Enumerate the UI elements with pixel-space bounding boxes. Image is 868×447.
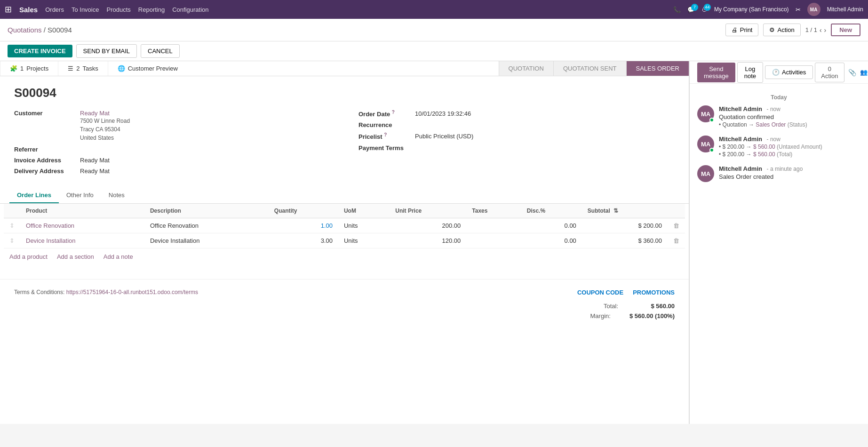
terms-section: Terms & Conditions: https://51751964-16-…: [14, 289, 198, 295]
attachment-button[interactable]: 📎: [848, 69, 856, 76]
log-note-button[interactable]: Log note: [737, 62, 763, 83]
drag-handle-1[interactable]: ⇕: [4, 233, 20, 248]
customer-address2: Tracy CA 95304: [80, 125, 330, 134]
clock-icon[interactable]: ⏱ 44: [701, 6, 708, 13]
send-message-button[interactable]: Send message: [697, 63, 735, 82]
avatar-2: MA: [697, 165, 714, 182]
invoice-address-value[interactable]: Ready Mat: [80, 157, 330, 164]
disc-0[interactable]: 0.00: [521, 218, 582, 233]
pricelist-value[interactable]: Public Pricelist (USD): [415, 133, 675, 140]
description-0[interactable]: Office Renovation: [144, 218, 269, 233]
trash-icon-0: 🗑: [673, 222, 679, 229]
tab-order-lines[interactable]: Order Lines: [9, 188, 59, 203]
pager-prev[interactable]: ‹: [820, 26, 822, 34]
date-divider: Today: [697, 94, 860, 101]
user-avatar[interactable]: MA: [807, 3, 820, 16]
nav-to-invoice[interactable]: To Invoice: [72, 6, 99, 13]
terms-link[interactable]: https://51751964-16-0-all.runbot151.odoo…: [66, 289, 198, 295]
chatter-detail-link-0-0[interactable]: Sales Order: [756, 121, 786, 128]
puzzle-icon: 🧩: [10, 65, 17, 72]
unit-price-0[interactable]: 200.00: [390, 218, 466, 233]
quantity-0[interactable]: 1.00: [269, 218, 338, 233]
projects-widget[interactable]: 🧩 1 Projects: [0, 61, 58, 76]
order-date-value[interactable]: 10/01/2023 19:32:46: [415, 110, 675, 117]
tab-other-info[interactable]: Other Info: [59, 188, 101, 203]
taxes-0[interactable]: [466, 218, 521, 233]
add-note-link[interactable]: Add a note: [104, 253, 133, 260]
people-button[interactable]: 👥 2: [860, 69, 868, 76]
chat-icon[interactable]: 💬 7: [687, 6, 695, 13]
coupon-row: COUPON CODE PROMOTIONS: [577, 289, 675, 296]
uom-0[interactable]: Units: [338, 218, 390, 233]
uom-1[interactable]: Units: [338, 233, 390, 248]
status-dot-1: [709, 148, 714, 152]
add-section-link[interactable]: Add a section: [57, 253, 94, 260]
disc-1[interactable]: 0.00: [521, 233, 582, 248]
tab-notes[interactable]: Notes: [101, 188, 132, 203]
breadcrumb: Quotations / S00094: [8, 26, 72, 34]
order-date-field: Order Date ? 10/01/2023 19:32:46: [358, 110, 675, 118]
referrer-label: Referrer: [14, 146, 80, 153]
drag-handle-0[interactable]: ⇕: [4, 218, 20, 233]
pipeline-quotation-sent[interactable]: QUOTATION SENT: [553, 61, 626, 76]
description-1[interactable]: Device Installation: [144, 233, 269, 248]
qty-value-1: 3.00: [321, 237, 333, 244]
coupon-code-button[interactable]: COUPON CODE: [577, 289, 623, 296]
taxes-1[interactable]: [466, 233, 521, 248]
unit-price-1[interactable]: 120.00: [390, 233, 466, 248]
nav-configuration[interactable]: Configuration: [172, 6, 208, 13]
create-invoice-button[interactable]: CREATE INVOICE: [8, 45, 72, 57]
action-button[interactable]: ⚙ Action: [763, 24, 800, 36]
send-email-button[interactable]: SEND BY EMAIL: [76, 44, 137, 58]
scissors-icon[interactable]: ✂: [796, 6, 801, 13]
pager-next[interactable]: ›: [824, 26, 827, 34]
app-grid-icon[interactable]: ⊞: [5, 4, 12, 15]
breadcrumb-sep: /: [44, 26, 48, 34]
table-row: ⇕ Office Renovation Office Renovation 1.…: [4, 218, 685, 233]
nav-reporting[interactable]: Reporting: [138, 6, 165, 13]
breadcrumb-parent[interactable]: Quotations: [8, 26, 42, 34]
chatter-text-0: Quotation confirmed: [719, 113, 860, 120]
settings-col-icon[interactable]: ⇅: [613, 208, 618, 214]
trash-icon-1: 🗑: [673, 237, 679, 244]
new-button[interactable]: New: [831, 24, 860, 36]
cancel-button[interactable]: CANCEL: [141, 44, 180, 58]
pricelist-label: Pricelist ?: [358, 132, 415, 140]
product-link-0[interactable]: Office Renovation: [26, 222, 74, 229]
chatter-detail-link-1-0[interactable]: $ 560.00: [753, 144, 775, 150]
chatter-detail-link-1-1[interactable]: $ 560.00: [753, 151, 775, 158]
action-count-button[interactable]: 0 Action: [815, 63, 844, 82]
promotions-button[interactable]: PROMOTIONS: [633, 289, 675, 296]
tasks-label: Tasks: [82, 65, 98, 72]
tabs: Order Lines Other Info Notes: [0, 188, 689, 204]
delivery-address-value[interactable]: Ready Mat: [80, 168, 330, 175]
customer-name-link[interactable]: Ready Mat: [80, 110, 110, 117]
pipeline-sales-order[interactable]: SALES ORDER: [626, 61, 689, 76]
chatter-time-2: - a minute ago: [767, 166, 803, 172]
company-name[interactable]: My Company (San Francisco): [714, 6, 789, 13]
phone-icon[interactable]: 📞: [673, 6, 681, 13]
pipeline-quotation[interactable]: QUOTATION: [499, 61, 553, 76]
chatter-content-2: Mitchell Admin - a minute ago Sales Orde…: [719, 165, 860, 182]
delete-1[interactable]: 🗑: [668, 233, 685, 248]
chatter-detail-1-1: • $ 200.00 → $ 560.00 (Total): [719, 151, 860, 158]
delivery-address-field: Delivery Address Ready Mat: [14, 168, 330, 175]
product-0: Office Renovation: [20, 218, 144, 233]
nav-products[interactable]: Products: [106, 6, 130, 13]
quantity-1[interactable]: 3.00: [269, 233, 338, 248]
table-header-row: Product Description Quantity UoM Unit Pr: [4, 204, 685, 218]
product-link-1[interactable]: Device Installation: [26, 237, 76, 244]
print-button[interactable]: 🖨 Print: [725, 24, 759, 36]
totals-section: COUPON CODE PROMOTIONS Total: $ 560.00 M…: [577, 289, 675, 319]
add-product-link[interactable]: Add a product: [9, 253, 48, 260]
activities-button[interactable]: 🕐 Activities: [765, 65, 813, 79]
chatter-time-1: - now: [767, 136, 780, 143]
col-quantity: Quantity: [269, 204, 338, 218]
pricelist-field: Pricelist ? Public Pricelist (USD): [358, 132, 675, 140]
tasks-widget[interactable]: ☰ 2 Tasks: [58, 61, 107, 76]
customer-preview-widget[interactable]: 🌐 Customer Preview: [108, 61, 187, 76]
nav-orders[interactable]: Orders: [45, 6, 64, 13]
action-buttons: 🖨 Print ⚙ Action 1 / 1 ‹ › New: [725, 24, 860, 36]
delete-0[interactable]: 🗑: [668, 218, 685, 233]
globe-icon: 🌐: [118, 65, 125, 72]
